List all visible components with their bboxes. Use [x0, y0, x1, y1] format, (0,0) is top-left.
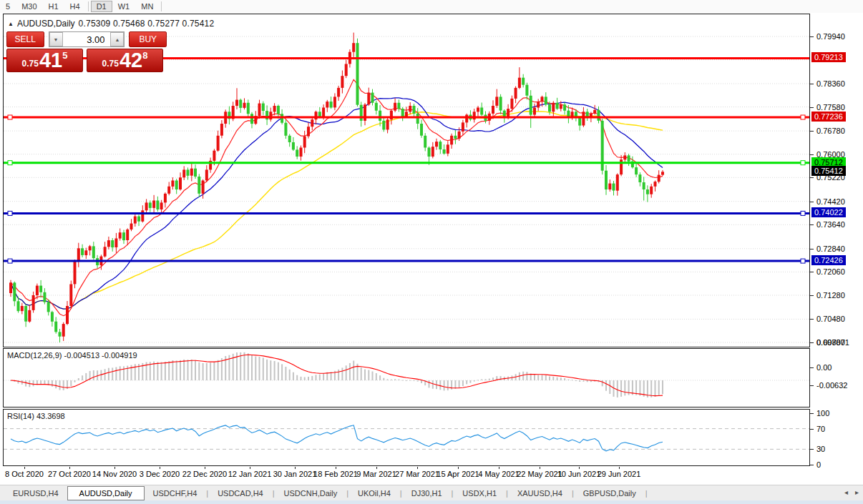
tabs-scroll-right-icon[interactable]: ▸ — [855, 488, 859, 496]
time-axis-tick — [24, 467, 25, 469]
macd-histogram-bar — [439, 380, 441, 390]
line-drag-handle[interactable] — [8, 115, 12, 119]
timeframe-button-h1[interactable]: H1 — [43, 1, 64, 12]
volume-decrease-button[interactable]: ▼ — [49, 32, 63, 46]
candle-body — [454, 136, 457, 139]
candle-body — [175, 181, 178, 190]
macd-histogram-bar — [304, 377, 306, 381]
tab-gbpusd-daily[interactable]: GBPUSD,Daily — [575, 487, 645, 500]
candle-body — [345, 64, 348, 76]
buy-button[interactable]: BUY — [129, 31, 167, 47]
candle-body — [375, 103, 378, 111]
candle-body — [352, 43, 355, 51]
tab-xauusd-h4[interactable]: XAUUSD,H4 — [509, 487, 571, 500]
tabs-scroll-left-icon[interactable]: ◂ — [844, 488, 848, 496]
macd-histogram-bar — [341, 367, 343, 380]
rsi-indicator-pane: RSI(14) 43.3698 — [3, 409, 810, 466]
candle-body — [303, 137, 306, 148]
price-axis[interactable]: 0.799400.783600.775800.767800.760000.752… — [810, 13, 863, 481]
time-axis[interactable]: 8 Oct 202027 Oct 202014 Nov 20203 Dec 20… — [3, 467, 810, 481]
candle-body — [134, 217, 137, 224]
tab-usdcad-h4[interactable]: USDCAD,H4 — [209, 487, 272, 500]
time-axis-tick — [114, 467, 115, 469]
buy-price-panel[interactable]: 0.75428 — [87, 49, 163, 72]
macd-histogram-bar — [481, 380, 482, 381]
candle-body — [296, 149, 298, 157]
macd-histogram-bar — [289, 370, 291, 380]
time-axis-tick — [160, 467, 160, 469]
candle-body — [598, 110, 600, 121]
macd-histogram-bar — [251, 355, 253, 380]
macd-histogram-bar — [620, 380, 622, 397]
line-drag-handle[interactable] — [801, 259, 805, 263]
tab-ukoil-h4[interactable]: UKOil,H4 — [349, 487, 399, 500]
candle-body — [658, 175, 660, 182]
candle-body — [250, 114, 253, 124]
timeframe-button-m30[interactable]: M30 — [16, 1, 42, 12]
macd-histogram-bar — [658, 380, 660, 395]
macd-histogram-bar — [165, 362, 166, 380]
candle-body — [182, 169, 185, 177]
tab-dj30-h1[interactable]: DJ30,H1 — [403, 487, 451, 500]
macd-histogram-bar — [157, 362, 158, 380]
sell-price-panel[interactable]: 0.75415 — [6, 49, 83, 72]
macd-histogram-bar — [409, 380, 411, 381]
candle-body — [432, 147, 434, 157]
collapse-arrow-icon[interactable]: ▲ — [8, 21, 14, 27]
time-axis-tick — [579, 467, 580, 469]
timeframe-button-w1[interactable]: W1 — [112, 1, 136, 12]
macd-histogram-bar — [191, 360, 192, 380]
line-drag-handle[interactable] — [801, 211, 805, 215]
line-drag-handle[interactable] — [8, 211, 12, 215]
macd-axis-tick — [810, 385, 814, 386]
candle-body — [416, 114, 419, 124]
current-price-badge: 0.75412 — [811, 166, 846, 176]
chart-title: ▲ AUDUSD,Daily 0.75309 0.75468 0.75277 0… — [8, 19, 214, 29]
macd-histogram-bar — [582, 380, 584, 382]
line-drag-handle[interactable] — [801, 161, 805, 165]
tab-usdx-h1[interactable]: USDX,H1 — [454, 487, 505, 500]
candle-body — [661, 172, 664, 174]
candle-body — [525, 85, 528, 96]
tab-eurusd-h4[interactable]: EURUSD,H4 — [4, 487, 67, 500]
line-drag-handle[interactable] — [8, 259, 12, 263]
candle-body — [281, 114, 283, 123]
timeframe-button-h4[interactable]: H4 — [64, 1, 86, 12]
tab-usdcnh-daily[interactable]: USDCNH,Daily — [276, 487, 346, 500]
candle-body — [495, 97, 498, 106]
candle-body — [533, 108, 536, 115]
macd-histogram-bar — [560, 377, 562, 380]
macd-histogram-bar — [198, 362, 200, 380]
candle-body — [39, 286, 42, 292]
macd-histogram-bar — [353, 361, 354, 381]
candle-body — [198, 177, 200, 194]
line-drag-handle[interactable] — [801, 115, 805, 119]
macd-histogram-bar — [391, 380, 392, 380]
timeframe-button-d1[interactable]: D1 — [91, 1, 112, 12]
sell-button[interactable]: SELL — [6, 31, 44, 47]
macd-histogram-bar — [650, 380, 652, 397]
candle-body — [582, 112, 585, 125]
time-axis-label: 3 Dec 2020 — [140, 470, 180, 478]
volume-increase-button[interactable]: ▲ — [110, 32, 124, 46]
candle-body — [462, 122, 464, 132]
volume-input[interactable] — [63, 32, 111, 46]
timeframe-toolbar: 5M30H1H4D1W1MN — [0, 0, 863, 14]
tab-audusd-daily[interactable]: AUDUSD,Daily — [67, 486, 145, 500]
macd-histogram-bar — [187, 360, 189, 380]
price-axis-tick — [810, 107, 814, 108]
time-axis-tick — [540, 467, 540, 469]
macd-histogram-bar — [662, 380, 663, 394]
macd-histogram-bar — [259, 357, 260, 380]
candle-body — [537, 102, 540, 107]
timeframe-button-mn[interactable]: MN — [135, 1, 159, 12]
tab-usdchf-h4[interactable]: USDCHF,H4 — [145, 487, 206, 500]
macd-histogram-bar — [218, 360, 219, 380]
macd-histogram-bar — [255, 357, 256, 380]
candle-body — [107, 240, 110, 247]
candle-body — [9, 282, 12, 293]
line-drag-handle[interactable] — [8, 161, 12, 165]
timeframe-button-5[interactable]: 5 — [0, 1, 16, 12]
macd-histogram-bar — [278, 362, 279, 380]
macd-histogram-bar — [500, 376, 502, 380]
